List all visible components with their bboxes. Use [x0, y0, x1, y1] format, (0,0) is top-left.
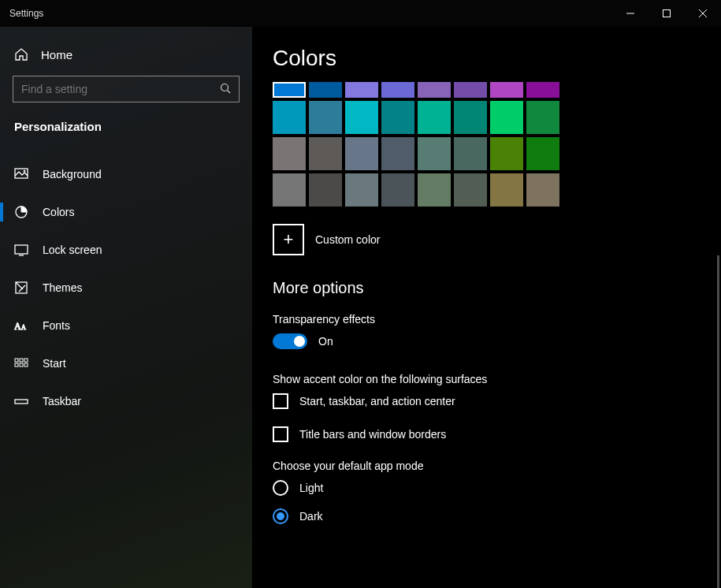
color-swatch[interactable]: [490, 82, 523, 98]
svg-rect-15: [20, 359, 23, 362]
section-title: Personalization: [0, 114, 252, 147]
color-swatch[interactable]: [345, 173, 378, 207]
color-swatch[interactable]: [526, 82, 559, 98]
svg-rect-16: [24, 359, 28, 362]
nav-icon: [14, 205, 28, 219]
search-input[interactable]: [21, 83, 220, 95]
svg-text:A: A: [14, 321, 21, 332]
radio-label: Light: [299, 482, 323, 494]
transparency-toggle-row: On: [273, 333, 701, 349]
app-mode-radio-row[interactable]: Light: [273, 480, 701, 496]
checkbox[interactable]: [273, 393, 288, 409]
window-controls: [612, 0, 721, 27]
color-swatch[interactable]: [418, 101, 451, 134]
window-title: Settings: [9, 8, 43, 19]
color-swatch[interactable]: [526, 101, 559, 134]
nav-item-colors[interactable]: Colors: [0, 193, 252, 231]
color-swatch[interactable]: [526, 137, 559, 170]
nav-item-themes[interactable]: Themes: [0, 269, 252, 307]
color-swatch[interactable]: [526, 173, 559, 207]
color-swatch[interactable]: [309, 173, 342, 207]
app-mode-radio-row[interactable]: Dark: [273, 508, 701, 524]
nav-list: BackgroundColorsLock screenThemesAAFonts…: [0, 147, 252, 420]
content-pane: Colors + Custom color More options Trans…: [252, 27, 721, 588]
close-button[interactable]: [685, 0, 721, 27]
nav-item-lock-screen[interactable]: Lock screen: [0, 231, 252, 269]
color-swatch[interactable]: [418, 82, 451, 98]
color-swatch[interactable]: [273, 137, 306, 170]
page-title: Colors: [273, 46, 701, 71]
home-label: Home: [41, 48, 72, 61]
nav-icon: [14, 394, 28, 408]
checkbox[interactable]: [273, 426, 288, 442]
color-swatch[interactable]: [381, 173, 414, 207]
svg-line-5: [228, 90, 231, 93]
nav-label: Fonts: [43, 319, 70, 332]
color-row: [273, 137, 701, 170]
color-swatch[interactable]: [273, 173, 306, 207]
color-row: [273, 101, 701, 134]
checkbox-label: Start, taskbar, and action center: [299, 395, 455, 408]
color-swatch[interactable]: [381, 82, 414, 98]
radio-label: Dark: [299, 510, 323, 523]
color-swatch[interactable]: [418, 137, 451, 170]
transparency-label: Transparency effects: [273, 313, 701, 326]
search-box[interactable]: [13, 76, 240, 102]
color-grid: [273, 82, 701, 207]
color-swatch[interactable]: [454, 101, 487, 134]
svg-rect-9: [15, 245, 28, 254]
home-icon: [14, 47, 28, 61]
nav-label: Start: [43, 357, 66, 370]
color-row: [273, 82, 701, 98]
accent-check-row[interactable]: Title bars and window borders: [273, 426, 701, 442]
nav-icon: [14, 281, 28, 295]
nav-item-fonts[interactable]: AAFonts: [0, 307, 252, 344]
custom-color-label: Custom color: [315, 233, 380, 246]
plus-icon: +: [273, 224, 304, 255]
color-swatch[interactable]: [454, 82, 487, 98]
svg-rect-19: [24, 363, 28, 367]
color-swatch[interactable]: [345, 137, 378, 170]
svg-rect-20: [15, 400, 28, 404]
svg-point-7: [24, 170, 25, 172]
color-swatch[interactable]: [454, 173, 487, 207]
svg-point-4: [221, 84, 229, 91]
color-swatch[interactable]: [273, 82, 306, 98]
color-swatch[interactable]: [309, 101, 342, 134]
color-swatch[interactable]: [309, 82, 342, 98]
accent-check-row[interactable]: Start, taskbar, and action center: [273, 393, 701, 409]
nav-item-taskbar[interactable]: Taskbar: [0, 382, 252, 420]
nav-label: Themes: [43, 281, 83, 294]
main-area: Home Personalization BackgroundColorsLoc…: [0, 27, 721, 588]
sidebar: Home Personalization BackgroundColorsLoc…: [0, 27, 252, 588]
nav-label: Colors: [43, 206, 74, 218]
custom-color-row[interactable]: + Custom color: [273, 224, 701, 255]
color-swatch[interactable]: [345, 101, 378, 134]
nav-label: Taskbar: [43, 395, 81, 408]
radio[interactable]: [273, 480, 288, 496]
nav-item-start[interactable]: Start: [0, 344, 252, 382]
color-swatch[interactable]: [454, 137, 487, 170]
color-swatch[interactable]: [418, 173, 451, 207]
color-swatch[interactable]: [309, 137, 342, 170]
color-swatch[interactable]: [345, 82, 378, 98]
transparency-toggle[interactable]: [273, 333, 307, 349]
color-swatch[interactable]: [381, 137, 414, 170]
color-swatch[interactable]: [490, 173, 523, 207]
svg-rect-14: [15, 359, 18, 362]
scrollbar[interactable]: [717, 255, 719, 588]
nav-icon: [14, 243, 28, 257]
color-swatch[interactable]: [490, 101, 523, 134]
transparency-state: On: [318, 335, 333, 348]
home-nav[interactable]: Home: [0, 35, 252, 76]
maximize-button[interactable]: [649, 0, 685, 27]
nav-icon: [14, 167, 28, 181]
svg-rect-17: [15, 363, 18, 367]
radio[interactable]: [273, 508, 288, 524]
nav-item-background[interactable]: Background: [0, 155, 252, 193]
color-swatch[interactable]: [381, 101, 414, 134]
checkbox-label: Title bars and window borders: [299, 428, 446, 441]
color-swatch[interactable]: [490, 137, 523, 170]
color-swatch[interactable]: [273, 101, 306, 134]
minimize-button[interactable]: [612, 0, 649, 27]
